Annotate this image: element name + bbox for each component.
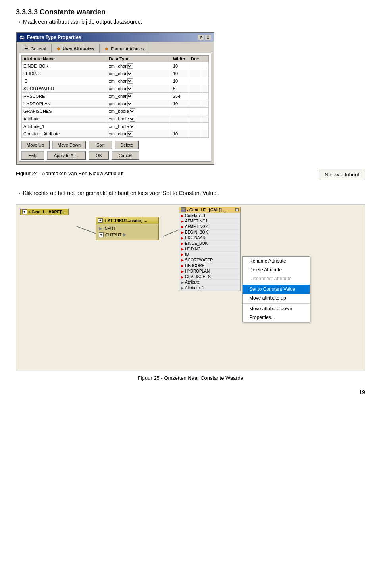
dst-row: ▶ BEGIN_BOK — [179, 230, 240, 235]
attr-width-cell: 5 — [171, 85, 189, 93]
attr-type-dropdown[interactable]: ▼ — [127, 93, 133, 99]
row-label: LEIDING — [185, 247, 201, 251]
attr-width-cell: 10 — [171, 62, 189, 70]
attr-type-cell: xml_char ▼ — [107, 77, 171, 85]
help-dialog-button[interactable]: Help — [21, 151, 44, 160]
attr-type-cell: xml_boole ▼ — [107, 123, 171, 130]
expand-transformer[interactable]: + — [98, 218, 103, 223]
dst-connector — [235, 208, 239, 211]
diamond-icon-user: ◆ — [56, 46, 61, 51]
row-label: AFMETING2 — [185, 224, 208, 229]
row-arrow-icon: ▶ — [181, 253, 184, 257]
dst-row: ▶ AFMETING2 — [179, 224, 240, 230]
ctx-item-4[interactable]: Move attribute up — [243, 294, 310, 302]
dialog-titlebar: 🗂 Feature Type Properties ? × — [17, 33, 214, 42]
attr-name-cell: SOORTWATER — [22, 85, 107, 93]
dst-row: ▶ Constant...tt — [179, 213, 240, 219]
cancel-button[interactable]: Cancel — [112, 151, 139, 160]
attr-type-cell: xml_char ▼ — [107, 93, 171, 100]
attr-name-cell: GRAFISCHES — [22, 108, 107, 115]
tf-output-label: OUTPUT — [105, 233, 121, 237]
ok-button[interactable]: OK — [89, 151, 109, 160]
section-title: 3.3.3.3 Constante waarden — [16, 8, 365, 16]
attr-type-dropdown[interactable]: ▼ — [127, 131, 133, 137]
context-menu: Rename AttributeDelete AttributeDisconne… — [242, 256, 310, 322]
attr-type-dropdown[interactable]: ▼ — [127, 71, 133, 76]
attr-type-dropdown[interactable]: ▼ — [130, 108, 135, 114]
row-arrow-icon: ▶ — [181, 286, 184, 290]
col-header-name: Attribute Name — [22, 56, 107, 62]
attr-type-dropdown[interactable]: ▼ — [130, 124, 135, 129]
attr-type-dropdown[interactable]: ▼ — [127, 63, 133, 69]
dst-row: ▶ Attribute — [179, 280, 240, 285]
attr-dec-cell — [189, 115, 203, 123]
attr-dec-cell — [189, 70, 203, 77]
row-label: ID — [185, 252, 189, 257]
row-arrow-icon: ▶ — [181, 280, 184, 284]
expand-source[interactable]: + — [22, 209, 27, 214]
attr-name-cell: HPSCORE — [22, 93, 107, 100]
attr-name-cell: ID — [22, 77, 107, 85]
context-menu-items: Rename AttributeDelete AttributeDisconne… — [243, 257, 310, 322]
tab-user-attributes[interactable]: ◆ User Attributes — [51, 44, 98, 53]
sort-button[interactable]: Sort — [89, 141, 112, 149]
move-down-button[interactable]: Move Down — [52, 141, 86, 149]
dst-row: ▶ HYDROPLAN — [179, 269, 240, 274]
tab-bar: ☰ General ◆ User Attributes ◆ Format Att… — [19, 44, 211, 53]
source-label: + Gent_L...HAPE]] ... — [28, 210, 67, 214]
ctx-item-1[interactable]: Delete Attribute — [243, 265, 310, 274]
figure25-caption: Figuur 25 - Omzetten Naar Constante Waar… — [16, 375, 365, 381]
dialog-content: ☰ General ◆ User Attributes ◆ Format Att… — [17, 42, 214, 164]
ctx-item-3[interactable]: Set to Constant Value — [243, 285, 310, 294]
attr-type-dropdown[interactable]: ▼ — [127, 78, 133, 84]
tab-format-attributes[interactable]: ◆ Format Attributes — [99, 44, 148, 53]
ctx-item-6[interactable]: Properties... — [243, 313, 310, 322]
row-arrow-icon: ▶ — [181, 264, 184, 268]
attr-name-cell: Attribute — [22, 115, 107, 123]
row-arrow-icon: ▶ — [181, 230, 184, 234]
collapse-dst[interactable]: − — [181, 207, 186, 212]
row-arrow-icon: ▶ — [181, 275, 184, 279]
table-row: SOORTWATER xml_char ▼ 5 — [22, 85, 209, 93]
attr-dec-cell — [189, 108, 203, 115]
attr-width-cell: 10 — [171, 100, 189, 108]
figure25-label: Figuur 25 - Omzetten Naar Constante Waar… — [138, 375, 243, 381]
attr-type-dropdown[interactable]: ▼ — [130, 116, 135, 122]
dst-row: ▶ ID — [179, 252, 240, 257]
attr-type-cell: xml_char ▼ — [107, 100, 171, 108]
list-icon: ☰ — [23, 46, 29, 52]
attr-width-cell: 10 — [171, 77, 189, 85]
row-arrow-icon: ▶ — [181, 242, 184, 246]
figure24-container: 🗂 Feature Type Properties ? × ☰ General … — [16, 32, 365, 165]
row-label: Constant...tt — [185, 213, 206, 218]
ctx-item-5[interactable]: Move attribute down — [243, 304, 310, 313]
expand-output[interactable]: + — [99, 232, 104, 237]
delete-button[interactable]: Delete — [115, 141, 139, 149]
dst-row: ▶ EIGENAAR — [179, 235, 240, 241]
tab-general-label: General — [31, 46, 46, 51]
attr-width-cell — [171, 108, 189, 115]
help-button[interactable]: ? — [198, 35, 204, 40]
tab-general[interactable]: ☰ General — [19, 44, 50, 53]
col-header-width: Width — [171, 56, 189, 62]
attr-name-cell: EINDE_BOK — [22, 62, 107, 70]
ctx-item-0[interactable]: Rename Attribute — [243, 257, 310, 265]
row-arrow-icon: ▶ — [181, 247, 184, 251]
row-arrow-icon: ▶ — [181, 214, 184, 218]
attribute-table-wrapper[interactable]: Attribute Name Data Type Width Dec. EIND… — [21, 55, 209, 138]
attr-type-dropdown[interactable]: ▼ — [127, 86, 133, 91]
ctx-separator — [243, 284, 310, 284]
dialog-icon: 🗂 — [19, 34, 25, 41]
attr-dec-cell — [189, 62, 203, 70]
col-header-dec: Dec. — [189, 56, 203, 62]
apply-to-all-button[interactable]: Apply to All... — [47, 151, 87, 160]
row-label: HPSCORE — [185, 263, 204, 268]
move-up-button[interactable]: Move Up — [21, 141, 50, 149]
row-arrow-icon: ▶ — [181, 225, 184, 229]
attr-dec-cell — [189, 123, 203, 130]
attr-dec-cell — [189, 85, 203, 93]
klik-text: → Klik rechts op het net aangemaakt attr… — [16, 190, 365, 196]
attr-type-dropdown[interactable]: ▼ — [127, 101, 133, 106]
attr-name-cell: Attribute_1 — [22, 123, 107, 130]
close-button[interactable]: × — [205, 35, 211, 40]
